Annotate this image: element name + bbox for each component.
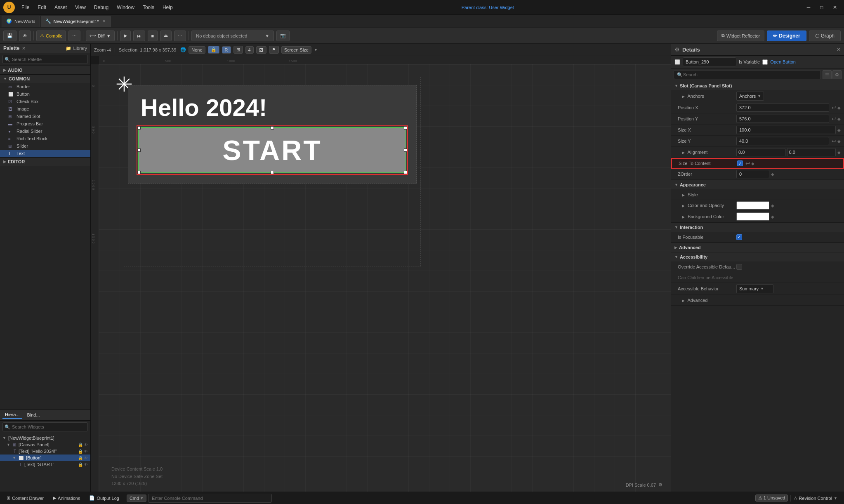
close-button[interactable]: ✕ [829,3,841,12]
details-settings-btn[interactable]: ⚙ [832,70,842,79]
graph-button[interactable]: ⬡ Graph [809,31,841,41]
canvas-eye-icon[interactable]: 👁 [84,443,88,447]
play-button[interactable]: ▶ [120,31,131,41]
animations-button[interactable]: ▶ Animations [50,495,83,502]
hier-item-text-hello[interactable]: T [Text] "Hello 2024!" 🔒 👁 [0,448,90,455]
canvas-widget[interactable]: Hello 2024! START [128,85,417,184]
appearance-section-header[interactable]: ▼ Appearance [671,180,844,189]
interaction-section-header[interactable]: ▼ Interaction [671,223,844,232]
canvas-lock-icon[interactable]: 🔒 [78,443,83,447]
behavior-dropdown[interactable]: Summary ▼ [736,284,773,293]
bg-color-swatch[interactable] [736,212,769,221]
palette-item-rich-text[interactable]: ≡ Rich Text Block [0,135,90,142]
menu-window[interactable]: Window [113,4,138,11]
palette-item-image[interactable]: 🖼 Image [0,105,90,113]
button-lock-icon[interactable]: 🔒 [78,456,83,460]
zorder-input[interactable] [736,170,769,178]
output-log-button[interactable]: 📄 Output Log [86,495,122,502]
camera-button[interactable]: 📷 [276,31,290,41]
size-y-input[interactable] [736,137,829,145]
palette-section-editor-header[interactable]: EDITOR [0,157,90,166]
handle-tl[interactable] [137,126,141,130]
menu-tools[interactable]: Tools [139,4,158,11]
menu-debug[interactable]: Debug [91,4,112,11]
advanced-section-header[interactable]: ▶ Advanced [671,243,844,252]
step-button[interactable]: ⏭ [133,31,145,41]
color-opacity-swatch[interactable] [736,201,769,210]
is-variable-checkbox[interactable] [762,59,768,65]
r-button[interactable]: R [222,46,231,54]
toolbar-more-button[interactable]: ⋯ [174,31,186,41]
menu-asset[interactable]: Asset [51,4,70,11]
debug-selector[interactable]: No debug object selected ▼ [191,31,274,41]
palette-item-named-slot[interactable]: ⊞ Named Slot [0,113,90,120]
library-button[interactable]: 📁 Library [66,46,87,51]
handle-bm[interactable] [271,171,274,174]
style-expand-icon[interactable]: ▶ [682,193,685,197]
palette-item-progress-bar[interactable]: ▬ Progress Bar [0,120,90,127]
palette-item-text[interactable]: T Text [0,150,90,157]
designer-button[interactable]: ✏ Designer [767,31,806,41]
cmd-dropdown-button[interactable]: Cmd ▼ [127,495,146,502]
menu-file[interactable]: File [18,4,33,11]
palette-item-radial-slider[interactable]: ● Radial Slider [0,127,90,135]
diff-button[interactable]: ⟺ Diff ▼ [86,31,114,41]
canvas-button-selected[interactable]: START [137,125,408,175]
text-hello-eye-icon[interactable]: 👁 [84,449,88,454]
hier-item-canvas[interactable]: ▼ ⊞ [Canvas Panel] 🔒 👁 [0,441,90,448]
compile-button[interactable]: ⚠ Compile [36,31,66,41]
hier-item-blueprint[interactable]: ▼ [NewWidgetBlueprint1] [0,435,90,441]
handle-mr[interactable] [404,148,407,152]
details-list-view-btn[interactable]: ☰ [823,70,832,79]
open-button-link[interactable]: Open Button [770,59,796,64]
pos-y-input[interactable] [736,115,829,123]
handle-bl[interactable] [137,171,141,174]
palette-item-border[interactable]: ▭ Border [0,83,90,90]
screen-size-button[interactable]: Screen Size [281,46,311,54]
hier-item-button[interactable]: ▼ ⬜ [Button] 🔒 👁 [0,455,90,461]
image-button[interactable]: 🖼 [256,46,266,54]
alignment-x-input[interactable] [736,148,785,156]
pos-x-input[interactable] [736,104,829,112]
alignment-expand-icon[interactable]: ▶ [682,151,685,155]
palette-section-common-header[interactable]: COMMON [0,74,90,83]
details-search-input[interactable] [674,70,821,79]
acc-advanced-expand-icon[interactable]: ▶ [682,299,685,303]
hier-item-text-start[interactable]: T [Text] "START" 🔒 👁 [0,461,90,468]
hier-tab[interactable]: Hiera... [2,411,22,419]
palette-close-icon[interactable]: ✕ [22,46,26,51]
handle-br[interactable] [404,171,407,174]
anchors-dropdown[interactable]: Anchors ▼ [736,92,764,101]
palette-item-slider[interactable]: ⊟ Slider [0,142,90,150]
palette-section-audio-header[interactable]: AUDIO [0,66,90,74]
canvas-content[interactable]: ✳ Hello 2024! START [99,64,671,492]
palette-search-input[interactable] [2,55,88,64]
palette-item-checkbox[interactable]: ☑ Check Box [0,98,90,105]
flag-button[interactable]: ⚑ [269,46,279,54]
save-button[interactable]: 💾 [3,31,17,41]
canvas-button-inner[interactable]: START [138,127,406,173]
lock-icon-btn[interactable]: 🔒 [208,46,219,54]
stop-button[interactable]: ■ [148,31,158,41]
override-checkbox[interactable] [736,264,742,270]
size-y-reset-icon[interactable]: ↩ [831,138,837,144]
hierarchy-search-input[interactable] [2,422,88,431]
tab-new-world[interactable]: 🌍 NewWorld [2,16,40,27]
menu-help[interactable]: Help [159,4,176,11]
tab-close-icon[interactable]: ✕ [101,19,106,24]
dpi-scale-icon[interactable]: ⚙ [658,482,662,488]
palette-item-button[interactable]: ⬜ Button [0,90,90,98]
alignment-y-input[interactable] [787,148,836,156]
tab-widget-blueprint[interactable]: 🔧 NewWidgetBlueprint1* ✕ [41,16,111,27]
details-close-icon[interactable]: ✕ [837,47,841,52]
menu-view[interactable]: View [72,4,89,11]
anchors-expand-icon[interactable]: ▶ [682,94,685,99]
text-start-lock-icon[interactable]: 🔒 [78,462,83,467]
handle-tm[interactable] [271,126,274,130]
size-to-content-reset-icon[interactable]: ↩ [745,160,751,167]
maximize-button[interactable]: □ [816,3,827,12]
eye-button[interactable]: 👁 [19,31,31,41]
minimize-button[interactable]: ─ [803,3,814,12]
grid-4-button[interactable]: 4 [245,46,254,54]
slot-section-header[interactable]: ▼ Slot (Canvas Panel Slot) [671,81,844,90]
